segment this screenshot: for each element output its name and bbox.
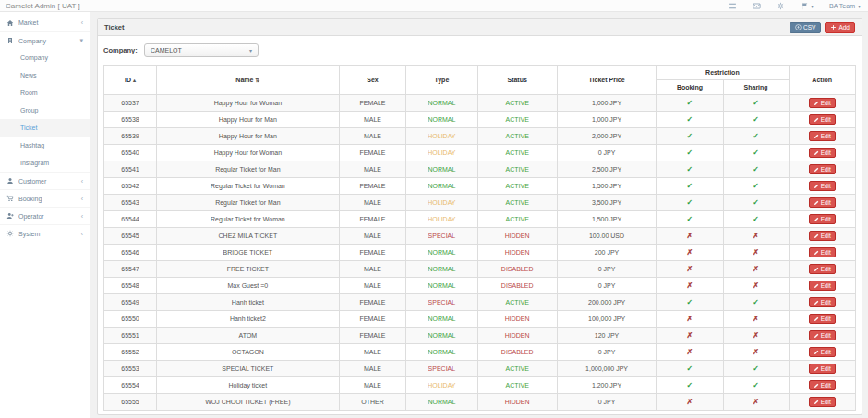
cell-name: FREE TICKET bbox=[156, 261, 339, 278]
cell-status: ACTIVE bbox=[477, 294, 557, 311]
cell-ticket-price: 0 JPY bbox=[557, 394, 656, 411]
edit-button[interactable]: Edit bbox=[809, 231, 836, 241]
sidebar-item-market[interactable]: Market‹ bbox=[0, 14, 90, 31]
check-icon: ✓ bbox=[687, 132, 693, 140]
chevron-left-icon: ‹ bbox=[81, 213, 83, 220]
cell-type: NORMAL bbox=[406, 394, 477, 411]
cell-booking-restriction: ✗ bbox=[657, 278, 723, 294]
cross-icon: ✗ bbox=[687, 348, 693, 356]
edit-button[interactable]: Edit bbox=[809, 297, 836, 307]
cross-icon: ✗ bbox=[753, 315, 759, 323]
sidebar-subitem-hashtag[interactable]: Hashtag bbox=[0, 137, 90, 154]
sidebar-item-label: Market bbox=[18, 19, 81, 26]
sidebar-subitem-ticket[interactable]: Ticket bbox=[0, 119, 90, 137]
check-icon: ✓ bbox=[753, 132, 759, 140]
cell-status: ACTIVE bbox=[477, 161, 557, 178]
pencil-icon bbox=[814, 184, 819, 189]
cell-booking-restriction: ✗ bbox=[657, 328, 723, 344]
sidebar-subitem-room[interactable]: Room bbox=[0, 84, 90, 102]
sidebar-item-label: Operator bbox=[18, 213, 81, 220]
edit-button[interactable]: Edit bbox=[809, 114, 836, 125]
sidebar-subitem-instagram[interactable]: Instagram bbox=[0, 154, 90, 172]
edit-button[interactable]: Edit bbox=[809, 364, 836, 374]
edit-button[interactable]: Edit bbox=[809, 131, 836, 141]
check-icon: ✓ bbox=[753, 182, 759, 190]
sidebar-item-booking[interactable]: Booking‹ bbox=[0, 189, 90, 207]
edit-button[interactable]: Edit bbox=[809, 214, 836, 224]
cell-status: DISABLED bbox=[477, 344, 557, 361]
cell-sex: FEMALE bbox=[339, 211, 405, 228]
edit-button[interactable]: Edit bbox=[809, 264, 836, 274]
cell-action: Edit bbox=[789, 178, 856, 195]
cell-action: Edit bbox=[789, 278, 856, 294]
cell-name: Regular Ticket for Man bbox=[156, 195, 339, 211]
mail-icon[interactable] bbox=[753, 2, 761, 10]
edit-button[interactable]: Edit bbox=[809, 197, 836, 208]
sidebar-subitem-company[interactable]: Company bbox=[0, 49, 90, 66]
chevron-down-icon: ▾ bbox=[79, 37, 83, 44]
pencil-icon bbox=[814, 134, 819, 139]
cell-sex: MALE bbox=[339, 195, 405, 211]
edit-button[interactable]: Edit bbox=[809, 148, 836, 158]
edit-button-label: Edit bbox=[821, 332, 831, 339]
cell-booking-restriction: ✓ bbox=[657, 95, 723, 112]
pencil-icon bbox=[814, 233, 819, 239]
pencil-icon bbox=[814, 117, 819, 123]
sidebar-subitem-news[interactable]: News bbox=[0, 66, 90, 84]
cell-booking-restriction: ✗ bbox=[657, 394, 723, 411]
cell-id: 65541 bbox=[104, 161, 157, 178]
check-icon: ✓ bbox=[753, 215, 759, 223]
language-selector[interactable]: ▾ bbox=[801, 2, 814, 10]
menu-icon[interactable] bbox=[729, 2, 737, 10]
check-icon: ✓ bbox=[687, 99, 693, 107]
cell-status: HIDDEN bbox=[477, 228, 557, 245]
edit-button[interactable]: Edit bbox=[809, 164, 836, 174]
cell-booking-restriction: ✗ bbox=[657, 311, 723, 328]
cross-icon: ✗ bbox=[687, 281, 693, 290]
edit-button[interactable]: Edit bbox=[809, 247, 836, 257]
table-row: 65547FREE TICKETMALENORMALDISABLED0 JPY✗… bbox=[104, 261, 856, 278]
column-header-id[interactable]: ID ▴ bbox=[104, 66, 157, 95]
sidebar-item-company[interactable]: Company▾ bbox=[0, 31, 90, 49]
add-button[interactable]: Add bbox=[825, 22, 855, 33]
gear-icon[interactable] bbox=[777, 2, 785, 10]
edit-button[interactable]: Edit bbox=[809, 98, 836, 108]
cell-status: ACTIVE bbox=[477, 361, 557, 377]
table-row: 65553SPECIAL TICKETMALESPECIALACTIVE1,00… bbox=[104, 361, 856, 377]
sidebar-item-system[interactable]: System‹ bbox=[0, 224, 90, 242]
user-menu[interactable]: BA Team ▾ bbox=[829, 3, 861, 9]
edit-button-label: Edit bbox=[821, 133, 831, 139]
edit-button[interactable]: Edit bbox=[809, 397, 836, 407]
cell-sharing-restriction: ✓ bbox=[723, 128, 789, 145]
chevron-left-icon: ‹ bbox=[81, 231, 83, 237]
edit-button[interactable]: Edit bbox=[809, 181, 836, 191]
company-select[interactable]: CAMELOT ▾ bbox=[144, 43, 259, 57]
edit-button[interactable]: Edit bbox=[809, 380, 836, 390]
cell-booking-restriction: ✓ bbox=[657, 195, 723, 211]
edit-button[interactable]: Edit bbox=[809, 281, 836, 291]
cell-type: NORMAL bbox=[406, 344, 477, 361]
edit-button-label: Edit bbox=[821, 199, 831, 206]
edit-button[interactable]: Edit bbox=[809, 330, 836, 340]
csv-button[interactable]: CSV bbox=[790, 22, 821, 33]
sidebar-item-customer[interactable]: Customer‹ bbox=[0, 172, 90, 189]
cell-sex: MALE bbox=[339, 261, 405, 278]
column-header-name[interactable]: Name ⇅ bbox=[156, 66, 339, 95]
check-icon: ✓ bbox=[753, 149, 759, 157]
column-header-type: Type bbox=[406, 66, 477, 95]
cell-type: NORMAL bbox=[406, 261, 477, 278]
table-row: 65548Max Guest =0MALENORMALDISABLED0 JPY… bbox=[104, 278, 856, 294]
column-header-sex: Sex bbox=[339, 66, 405, 95]
edit-button[interactable]: Edit bbox=[809, 314, 836, 324]
pencil-icon bbox=[814, 250, 819, 256]
table-row: 65550Hanh ticket2FEMALENORMALHIDDEN100,0… bbox=[104, 311, 856, 328]
cross-icon: ✗ bbox=[753, 232, 759, 240]
edit-button[interactable]: Edit bbox=[809, 347, 836, 357]
sidebar: Market‹Company▾CompanyNewsRoomGroupTicke… bbox=[0, 12, 90, 418]
check-icon: ✓ bbox=[753, 381, 759, 389]
cell-status: HIDDEN bbox=[477, 311, 557, 328]
cell-sharing-restriction: ✓ bbox=[723, 112, 789, 128]
sidebar-subitem-group[interactable]: Group bbox=[0, 102, 90, 119]
cell-ticket-price: 0 JPY bbox=[557, 278, 656, 294]
sidebar-item-operator[interactable]: Operator‹ bbox=[0, 207, 90, 224]
